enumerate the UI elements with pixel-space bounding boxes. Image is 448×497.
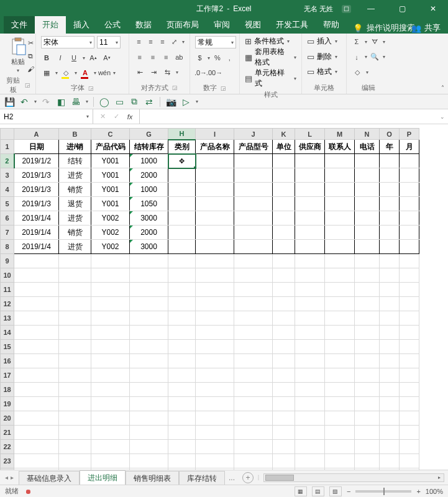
save-button[interactable]: 💾 (4, 96, 15, 107)
cell[interactable] (273, 383, 295, 397)
cell[interactable] (355, 168, 380, 183)
cell[interactable]: 2019/1/3 (14, 183, 59, 197)
cell[interactable] (355, 368, 380, 383)
format-cells-button[interactable]: 格式 (317, 66, 332, 77)
cell[interactable] (14, 283, 59, 297)
cell[interactable] (325, 354, 355, 368)
redo-button[interactable]: ↷ (40, 96, 52, 107)
cell[interactable] (295, 311, 325, 326)
row-header[interactable]: 14 (1, 326, 14, 340)
cell[interactable] (380, 440, 400, 454)
cell[interactable]: Y001 (91, 168, 130, 183)
cell[interactable]: Y002 (91, 226, 130, 240)
cell[interactable] (380, 354, 400, 368)
cell[interactable] (380, 240, 400, 254)
cell[interactable] (168, 383, 196, 397)
cell[interactable]: Y001 (91, 183, 130, 197)
delete-cells-button[interactable]: 删除 (317, 52, 332, 62)
cell[interactable] (14, 397, 59, 411)
cell[interactable] (273, 426, 295, 440)
cell[interactable] (355, 226, 380, 240)
cell-style-button[interactable]: 单元格样式 (255, 68, 291, 89)
cell[interactable] (234, 311, 273, 326)
insert-cells-button[interactable]: 插入 (317, 36, 332, 47)
cell[interactable] (130, 440, 168, 454)
cell[interactable] (59, 311, 91, 326)
column-header[interactable]: B (59, 129, 91, 140)
cell[interactable] (325, 411, 355, 426)
cell[interactable]: 1000 (130, 154, 168, 168)
cell[interactable] (325, 226, 355, 240)
cell[interactable] (273, 240, 295, 254)
cell[interactable] (295, 226, 325, 240)
cell[interactable] (325, 454, 355, 468)
cell[interactable] (196, 226, 234, 240)
cell[interactable] (380, 183, 400, 197)
fill-button[interactable]: ↓ (352, 52, 362, 63)
cell[interactable] (168, 311, 196, 326)
cell[interactable] (59, 268, 91, 283)
sheet-tab-inventory[interactable]: 库存结转 (179, 471, 225, 486)
normal-view-button[interactable]: ▦ (295, 486, 307, 496)
cell[interactable] (295, 326, 325, 340)
cell[interactable] (295, 340, 325, 354)
row-header[interactable]: 12 (1, 297, 14, 311)
cell[interactable] (168, 426, 196, 440)
cell[interactable] (380, 340, 400, 354)
cell[interactable] (295, 426, 325, 440)
cell[interactable] (234, 168, 273, 183)
tab-view[interactable]: 视图 (237, 16, 268, 34)
border-button[interactable]: ▦ (41, 67, 52, 78)
cell[interactable] (59, 426, 91, 440)
cell[interactable] (130, 411, 168, 426)
cell[interactable] (196, 254, 234, 268)
row-header[interactable]: 11 (1, 283, 14, 297)
cell[interactable] (325, 197, 355, 211)
cell[interactable] (325, 183, 355, 197)
cell[interactable] (59, 454, 91, 468)
cell[interactable]: 2019/1/3 (14, 168, 59, 183)
zoom-out-button[interactable]: − (347, 488, 350, 495)
indent-inc-button[interactable]: ⇥ (148, 66, 159, 78)
column-header[interactable]: M (325, 129, 355, 140)
cell[interactable] (380, 326, 400, 340)
cell[interactable] (355, 268, 380, 283)
cell[interactable] (273, 154, 295, 168)
cell[interactable] (196, 283, 234, 297)
cell[interactable] (325, 440, 355, 454)
cell[interactable] (14, 326, 59, 340)
cell[interactable] (14, 383, 59, 397)
cell[interactable] (400, 268, 419, 283)
font-color-button[interactable]: A (80, 67, 91, 78)
cell[interactable] (234, 340, 273, 354)
column-header[interactable]: I (196, 129, 234, 140)
cell[interactable] (168, 411, 196, 426)
cond-format-button[interactable]: 条件格式 (254, 36, 284, 47)
row-header[interactable]: 1 (1, 140, 14, 154)
header-cell[interactable]: 类别 (168, 140, 196, 154)
cell[interactable] (234, 226, 273, 240)
cell[interactable] (234, 397, 273, 411)
cell[interactable] (59, 254, 91, 268)
header-cell[interactable]: 日期 (14, 140, 59, 154)
align-dialog-icon[interactable]: ◲ (172, 84, 178, 91)
cell[interactable] (273, 254, 295, 268)
row-header[interactable]: 19 (1, 397, 14, 411)
spreadsheet-grid[interactable]: ABCGHIJKLMNOP1日期进/销产品代码结转库存类别产品名称产品型号单位供… (0, 128, 448, 470)
header-cell[interactable]: 供应商 (295, 140, 325, 154)
cell[interactable] (273, 226, 295, 240)
cell[interactable] (196, 326, 234, 340)
cell[interactable] (14, 340, 59, 354)
cell[interactable] (14, 411, 59, 426)
cell[interactable] (168, 226, 196, 240)
cell[interactable] (400, 240, 419, 254)
cell[interactable]: Y001 (91, 197, 130, 211)
cell[interactable] (14, 297, 59, 311)
cell[interactable] (234, 426, 273, 440)
cell[interactable] (91, 283, 130, 297)
cell[interactable]: 进货 (59, 168, 91, 183)
cell[interactable] (273, 197, 295, 211)
cell[interactable] (355, 383, 380, 397)
comma-button[interactable]: , (225, 52, 234, 63)
cell[interactable] (168, 326, 196, 340)
